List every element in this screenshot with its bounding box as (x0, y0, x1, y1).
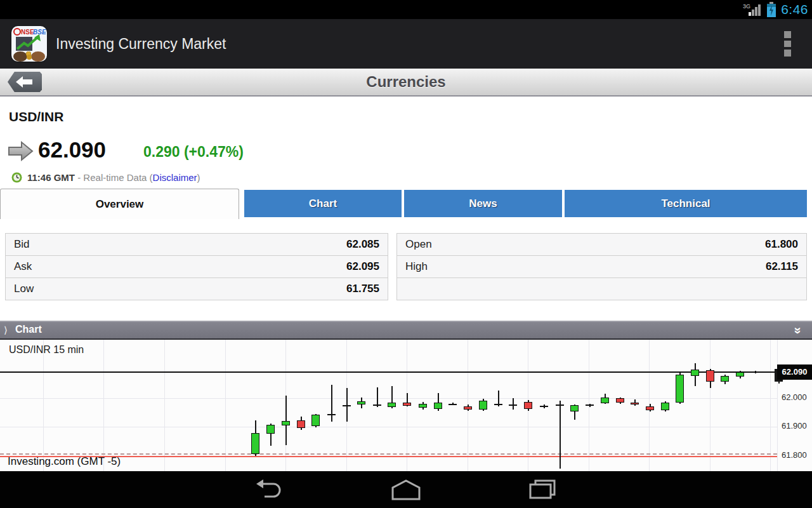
candle-body (449, 404, 457, 405)
current-price-line (0, 371, 777, 373)
candle-body (282, 421, 290, 425)
tab-news[interactable]: News (404, 190, 562, 217)
candle-body (706, 370, 714, 381)
row-value: 61.800 (765, 238, 798, 251)
row-label: Open (405, 238, 432, 251)
currency-pair-title: USD/INR (9, 109, 63, 124)
y-axis-label: 62.000 (782, 392, 807, 402)
collapse-chevron-icon[interactable]: » (791, 327, 806, 334)
candle-body (343, 405, 351, 406)
row-label: High (405, 260, 428, 273)
candle-body (601, 398, 609, 403)
candle-wick (560, 401, 561, 469)
candle-body (494, 404, 502, 406)
table-row-open: Open 61.800 (396, 233, 807, 256)
navigation-bar (0, 471, 812, 508)
row-value: 62.095 (346, 260, 379, 273)
grid-line (0, 427, 777, 427)
candle-body (357, 401, 365, 404)
nav-recents-button[interactable] (527, 478, 558, 501)
candle-body (297, 420, 305, 429)
nav-back-icon (256, 479, 284, 500)
candle-body (540, 406, 548, 407)
table-row-empty (396, 277, 807, 300)
candle-body (570, 405, 579, 411)
candle-body (646, 406, 654, 410)
grid-line (777, 340, 778, 471)
nav-recents-icon (528, 479, 556, 500)
row-label: Ask (14, 260, 32, 273)
last-price: 62.090 (38, 137, 106, 163)
candle-body (676, 375, 684, 403)
candle-body (556, 404, 564, 406)
candle-body (631, 403, 639, 405)
candle-wick (331, 385, 332, 422)
candle-body (251, 433, 259, 454)
battery-charging-icon (766, 2, 776, 18)
candle-body (691, 370, 699, 376)
back-button[interactable] (8, 72, 42, 92)
disclaimer-link[interactable]: Disclaimer (153, 172, 197, 183)
nav-back-button[interactable] (254, 478, 285, 501)
candle-body (373, 404, 381, 406)
candle-body (419, 404, 427, 408)
grid-line (770, 340, 771, 471)
table-row-high: High 62.115 (396, 255, 807, 278)
realtime-label-suffix: ) (197, 172, 200, 183)
dashed-level-line (0, 453, 777, 455)
candle-body (509, 404, 517, 406)
app-title: Investing Currency Market (56, 19, 226, 69)
candle-body (464, 406, 472, 410)
grid-line (103, 340, 104, 471)
app-bar: NSE BSE Investing Currency Market (0, 19, 812, 69)
candle-body (403, 403, 411, 406)
chart-panel-header[interactable]: ⟩ Chart » (0, 321, 812, 340)
table-row-bid: Bid 62.085 (5, 233, 388, 256)
chart-panel-title: Chart (15, 324, 42, 335)
quote-timestamp: 11:46 GMT (27, 172, 75, 183)
candle-body (721, 376, 729, 382)
overflow-menu-icon[interactable] (779, 31, 796, 57)
nav-home-button[interactable] (390, 478, 422, 501)
row-value: 62.085 (346, 238, 379, 251)
row-label: Low (14, 283, 34, 295)
svg-text:NSE: NSE (21, 29, 34, 36)
row-value: 62.115 (766, 260, 798, 273)
svg-text:3G: 3G (743, 3, 750, 10)
grid-line (710, 340, 710, 471)
signal-strength-icon: 3G (743, 3, 762, 17)
tab-overview[interactable]: Overview (0, 189, 239, 219)
candle-body (479, 401, 487, 410)
chart-watermark: Investing.com (GMT -5) (8, 455, 121, 468)
candle-body (751, 371, 759, 373)
quote-meta: 11:46 GMT - Real-time Data ( Disclaimer … (11, 170, 200, 184)
section-header-bar: Currencies (0, 69, 812, 97)
row-value: 61.755 (346, 283, 379, 295)
table-row-low: Low 61.755 (5, 277, 388, 300)
overview-table-right: Open 61.800 High 62.115 (396, 233, 807, 300)
grid-line (0, 398, 777, 399)
chart-panel-icon: ⟩ (4, 324, 8, 336)
candle-body (388, 403, 396, 407)
candle-body (586, 404, 594, 406)
tab-technical[interactable]: Technical (565, 190, 807, 217)
candlestick-chart[interactable]: USD/INR 15 min Investing.com (GMT -5) 62… (0, 340, 812, 471)
status-bar: 3G 6:46 (0, 0, 812, 19)
tab-chart[interactable]: Chart (244, 190, 402, 217)
candle-body (524, 402, 532, 409)
candle-body (311, 415, 320, 426)
grid-line (225, 340, 226, 471)
overview-table-left: Bid 62.085 Ask 62.095 Low 61.755 (5, 233, 388, 300)
direction-arrow-icon (8, 140, 34, 162)
y-axis-label: 61.800 (782, 450, 807, 460)
price-change: 0.290 (+0.47%) (143, 144, 244, 161)
app-logo-icon: NSE BSE (11, 26, 47, 62)
nav-home-icon (391, 479, 421, 500)
candle-body (327, 414, 336, 416)
candle-body (266, 425, 275, 434)
page-title: Currencies (0, 69, 812, 95)
realtime-clock-icon (11, 172, 22, 183)
grid-line (164, 340, 165, 471)
chart-symbol-label: USD/INR 15 min (9, 344, 84, 356)
back-arrow-icon (16, 75, 34, 89)
